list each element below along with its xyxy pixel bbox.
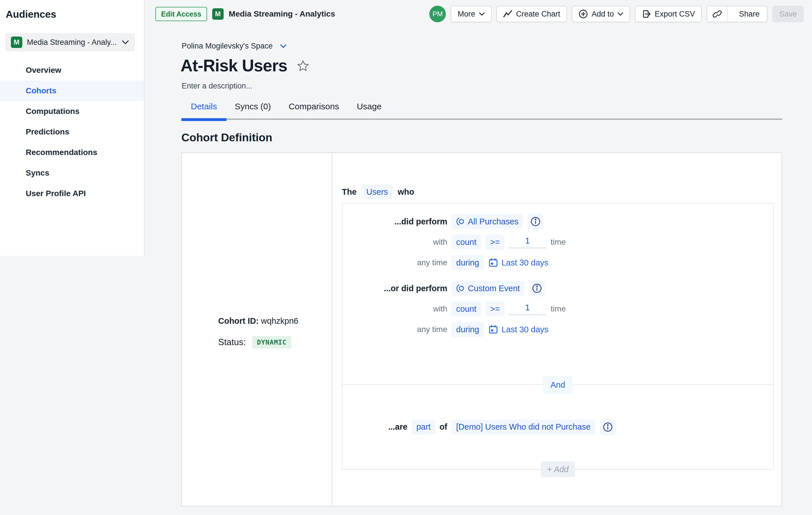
- create-chart-button[interactable]: Create Chart: [496, 6, 567, 22]
- time-label: time: [551, 238, 566, 247]
- calendar-icon: [488, 325, 498, 334]
- topbar-project-badge: M: [212, 8, 224, 20]
- plus-circle-icon: [579, 9, 588, 19]
- clause-label: ...did perform: [395, 217, 447, 226]
- anytime-label: any time: [417, 325, 447, 334]
- cohort-pill[interactable]: [Demo] Users Who did not Purchase: [452, 420, 595, 434]
- project-name: Media Streaming - Analy...: [27, 38, 117, 47]
- cohort-meta-panel: Cohort ID: wqhzkpn6 Status: DYNAMIC: [182, 153, 332, 506]
- behavior-clause-group: ...did perform All Purchases: [343, 204, 773, 385]
- title-row: At-Risk Users: [180, 56, 309, 75]
- share-button[interactable]: Share: [731, 10, 767, 19]
- tab-syncs[interactable]: Syncs (0): [235, 100, 271, 120]
- clause-row-timerange: any time during Last 30 days: [343, 252, 773, 273]
- share-label: Share: [739, 10, 759, 19]
- project-selector[interactable]: M Media Streaming - Analy...: [5, 33, 135, 51]
- info-button[interactable]: [529, 280, 545, 296]
- copy-link-button[interactable]: [707, 6, 728, 22]
- chart-line-icon: [503, 10, 513, 18]
- operator-pill[interactable]: >=: [486, 301, 504, 316]
- avatar[interactable]: PM: [429, 6, 446, 22]
- chevron-down-icon: [280, 44, 287, 48]
- edit-access-badge: Edit Access: [155, 7, 207, 21]
- sidebar-item-predictions[interactable]: Predictions: [0, 122, 144, 142]
- subject-sentence: The Users who: [342, 184, 414, 199]
- clause-row-membership: ...are part of [Demo] Users Who did not …: [343, 417, 773, 437]
- date-range-label: Last 30 days: [501, 258, 548, 268]
- info-icon: [532, 283, 542, 294]
- description-input[interactable]: Enter a description...: [182, 82, 253, 91]
- info-icon: [530, 216, 541, 227]
- sidebar-title: Audiences: [6, 8, 56, 20]
- add-clause-button[interactable]: + Add: [541, 462, 575, 477]
- time-label: time: [551, 304, 566, 313]
- clause-row-timerange: any time during Last 30 days: [343, 319, 773, 340]
- star-icon[interactable]: [297, 60, 309, 71]
- tab-comparisons[interactable]: Comparisons: [288, 100, 339, 120]
- count-pill[interactable]: count: [452, 235, 481, 249]
- count-value-input[interactable]: 1: [509, 303, 546, 315]
- event-pill[interactable]: Custom Event: [452, 281, 524, 296]
- membership-mid: of: [440, 422, 447, 432]
- more-button[interactable]: More: [451, 6, 492, 22]
- info-button[interactable]: [600, 419, 616, 435]
- add-to-button[interactable]: Add to: [572, 6, 630, 22]
- cohort-builder-panel: The Users who ...did perform All Purchas…: [333, 153, 781, 506]
- chevron-down-icon: [122, 40, 129, 44]
- cohort-definition-card: Cohort ID: wqhzkpn6 Status: DYNAMIC The …: [181, 152, 782, 507]
- sidebar-item-overview[interactable]: Overview: [0, 60, 144, 81]
- info-icon: [603, 422, 613, 432]
- cohort-id-line: Cohort ID: wqhzkpn6: [218, 316, 298, 326]
- sidebar-item-cohorts[interactable]: Cohorts: [0, 81, 144, 101]
- and-operator-toggle[interactable]: And: [543, 376, 573, 394]
- save-button[interactable]: Save: [772, 6, 804, 22]
- tab-usage[interactable]: Usage: [357, 100, 382, 120]
- add-to-label: Add to: [591, 10, 614, 19]
- membership-label: ...are: [388, 422, 408, 432]
- export-csv-label: Export CSV: [655, 10, 695, 19]
- cohort-id-value: wqhzkpn6: [261, 316, 298, 326]
- breadcrumb-space[interactable]: Polina Mogilevsky's Space: [182, 42, 287, 51]
- sidebar-nav: Overview Cohorts Computations Prediction…: [0, 60, 144, 204]
- clause-label: ...or did perform: [384, 284, 447, 293]
- during-pill[interactable]: during: [452, 255, 484, 270]
- operator-pill[interactable]: >=: [486, 235, 504, 249]
- event-pill[interactable]: All Purchases: [452, 214, 523, 229]
- chevron-down-icon: [479, 12, 485, 16]
- date-range-button[interactable]: Last 30 days: [488, 325, 548, 334]
- count-value-input[interactable]: 1: [509, 236, 546, 248]
- during-pill[interactable]: during: [452, 322, 484, 337]
- subject-pre: The: [342, 187, 357, 197]
- anytime-label: any time: [417, 258, 447, 267]
- status-line: Status: DYNAMIC: [218, 336, 298, 349]
- cohort-id-label: Cohort ID:: [218, 316, 259, 326]
- part-pill[interactable]: part: [412, 420, 435, 434]
- link-icon: [713, 9, 722, 19]
- membership-clause-group: ...are part of [Demo] Users Who did not …: [343, 385, 773, 469]
- sidebar-item-user-profile-api[interactable]: User Profile API: [0, 183, 144, 204]
- subject-post: who: [398, 187, 414, 197]
- topbar-left: Edit Access M Media Streaming - Analytic…: [155, 6, 335, 22]
- clause-row-event: ...or did perform Custom Event: [343, 278, 773, 299]
- tab-bar: Details Syncs (0) Comparisons Usage: [181, 100, 782, 120]
- export-icon: [642, 9, 651, 19]
- info-button[interactable]: [527, 214, 544, 230]
- more-button-label: More: [458, 10, 475, 19]
- event-icon: [456, 284, 465, 293]
- tab-details[interactable]: Details: [191, 100, 217, 120]
- subject-entity-pill[interactable]: Users: [362, 184, 393, 199]
- topbar-actions: PM More Create Chart Add to Export CSV: [429, 6, 804, 22]
- tab-track: [181, 119, 782, 120]
- count-pill[interactable]: count: [452, 301, 481, 316]
- export-csv-button[interactable]: Export CSV: [635, 6, 702, 22]
- with-label: with: [433, 238, 447, 247]
- date-range-button[interactable]: Last 30 days: [488, 258, 548, 268]
- with-label: with: [433, 304, 447, 313]
- sidebar-item-syncs[interactable]: Syncs: [0, 163, 144, 183]
- share-button-group: Share: [706, 6, 767, 22]
- sidebar-item-recommendations[interactable]: Recommendations: [0, 142, 144, 163]
- clause-row-event: ...did perform All Purchases: [343, 211, 773, 232]
- status-label: Status:: [218, 337, 246, 347]
- sidebar-item-computations[interactable]: Computations: [0, 101, 144, 122]
- event-name: All Purchases: [468, 217, 518, 226]
